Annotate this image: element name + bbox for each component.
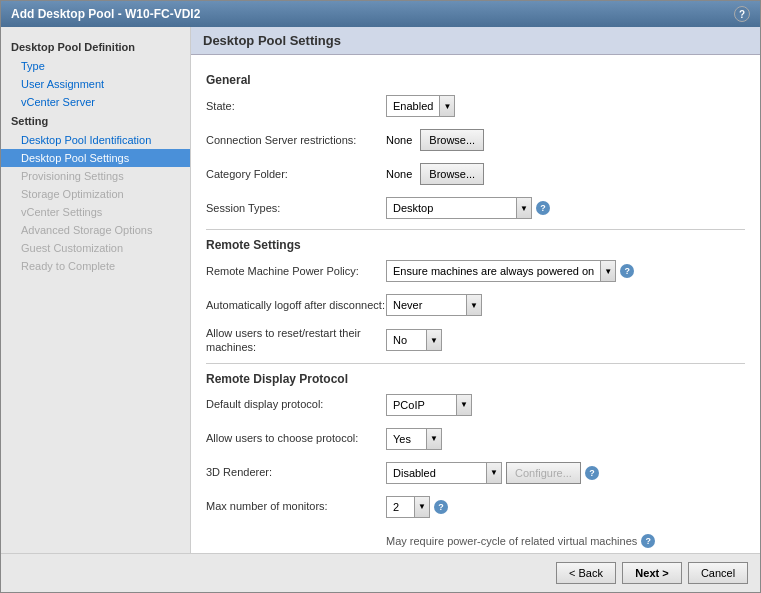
- sidebar-item-advanced-storage: Advanced Storage Options: [1, 221, 190, 239]
- logoff-value: Never: [386, 294, 466, 316]
- session-types-dropdown[interactable]: ▼: [516, 197, 532, 219]
- main-panel: Desktop Pool Settings General State: Ena…: [191, 27, 760, 553]
- max-monitors-control: 2 ▼ ?: [386, 496, 448, 518]
- remote-display-title: Remote Display Protocol: [206, 372, 745, 386]
- renderer-dropdown[interactable]: ▼: [486, 462, 502, 484]
- protocol-select-wrap: PCoIP ▼: [386, 394, 472, 416]
- dialog: Add Desktop Pool - W10-FC-VDI2 ? Desktop…: [0, 0, 761, 593]
- logoff-control: Never ▼: [386, 294, 482, 316]
- dialog-title: Add Desktop Pool - W10-FC-VDI2: [11, 7, 200, 21]
- session-types-label: Session Types:: [206, 201, 386, 215]
- sidebar-item-provisioning: Provisioning Settings: [1, 167, 190, 185]
- sidebar-item-vcenter-server[interactable]: vCenter Server: [1, 93, 190, 111]
- allow-choose-control: Yes ▼: [386, 428, 442, 450]
- title-bar: Add Desktop Pool - W10-FC-VDI2 ?: [1, 1, 760, 27]
- power-cycle-text: May require power-cycle of related virtu…: [386, 535, 637, 547]
- renderer-value: Disabled: [386, 462, 486, 484]
- allow-choose-dropdown[interactable]: ▼: [426, 428, 442, 450]
- connection-server-control: None Browse...: [386, 129, 484, 151]
- category-folder-browse-btn[interactable]: Browse...: [420, 163, 484, 185]
- allow-choose-value: Yes: [386, 428, 426, 450]
- power-cycle-help-icon[interactable]: ?: [641, 534, 655, 548]
- state-select-wrap: Enabled ▼: [386, 95, 455, 117]
- power-policy-control: Ensure machines are always powered on ▼ …: [386, 260, 634, 282]
- default-protocol-label: Default display protocol:: [206, 397, 386, 411]
- sidebar-item-guest-customization: Guest Customization: [1, 239, 190, 257]
- logoff-dropdown[interactable]: ▼: [466, 294, 482, 316]
- power-policy-value: Ensure machines are always powered on: [386, 260, 600, 282]
- power-select-wrap: Ensure machines are always powered on ▼: [386, 260, 616, 282]
- footer: < Back Next > Cancel: [1, 553, 760, 592]
- allow-choose-label: Allow users to choose protocol:: [206, 431, 386, 445]
- state-value: Enabled: [386, 95, 439, 117]
- allow-reset-dropdown[interactable]: ▼: [426, 329, 442, 351]
- category-folder-label: Category Folder:: [206, 167, 386, 181]
- general-section-title: General: [206, 73, 745, 87]
- monitors-select-wrap: 2 ▼: [386, 496, 430, 518]
- sidebar-item-vcenter-settings: vCenter Settings: [1, 203, 190, 221]
- sidebar-section-setting: Setting: [1, 111, 190, 131]
- max-monitors-value: 2: [386, 496, 414, 518]
- sidebar-item-pool-settings[interactable]: Desktop Pool Settings: [1, 149, 190, 167]
- main-body: General State: Enabled ▼ Connection Serv…: [191, 55, 760, 553]
- power-policy-help-icon[interactable]: ?: [620, 264, 634, 278]
- category-folder-control: None Browse...: [386, 163, 484, 185]
- choose-select-wrap: Yes ▼: [386, 428, 442, 450]
- connection-server-label: Connection Server restrictions:: [206, 133, 386, 147]
- configure-btn[interactable]: Configure...: [506, 462, 581, 484]
- session-types-help-icon[interactable]: ?: [536, 201, 550, 215]
- sidebar-item-type[interactable]: Type: [1, 57, 190, 75]
- max-monitors-label: Max number of monitors:: [206, 499, 386, 513]
- max-monitors-row: Max number of monitors: 2 ▼ ?: [206, 494, 745, 520]
- remote-settings-title: Remote Settings: [206, 238, 745, 252]
- renderer-label: 3D Renderer:: [206, 465, 386, 479]
- max-monitors-help-icon[interactable]: ?: [434, 500, 448, 514]
- power-policy-row: Remote Machine Power Policy: Ensure mach…: [206, 258, 745, 284]
- reset-select-wrap: No ▼: [386, 329, 442, 351]
- power-policy-dropdown[interactable]: ▼: [600, 260, 616, 282]
- power-cycle-row: May require power-cycle of related virtu…: [386, 528, 745, 553]
- allow-reset-row: Allow users to reset/restart their machi…: [206, 326, 745, 355]
- logoff-label: Automatically logoff after disconnect:: [206, 298, 386, 312]
- protocol-dropdown[interactable]: ▼: [456, 394, 472, 416]
- session-types-value: Desktop: [386, 197, 516, 219]
- session-types-row: Session Types: Desktop ▼ ?: [206, 195, 745, 221]
- category-folder-value: None: [386, 168, 412, 180]
- renderer-select-wrap: Disabled ▼: [386, 462, 502, 484]
- session-select-wrap: Desktop ▼: [386, 197, 532, 219]
- connection-server-row: Connection Server restrictions: None Bro…: [206, 127, 745, 153]
- renderer-help-icon[interactable]: ?: [585, 466, 599, 480]
- connection-server-value: None: [386, 134, 412, 146]
- power-policy-label: Remote Machine Power Policy:: [206, 264, 386, 278]
- next-button[interactable]: Next >: [622, 562, 682, 584]
- session-types-control: Desktop ▼ ?: [386, 197, 550, 219]
- dialog-help-icon[interactable]: ?: [734, 6, 750, 22]
- sidebar-section-definition: Desktop Pool Definition: [1, 37, 190, 57]
- allow-reset-label: Allow users to reset/restart their machi…: [206, 326, 386, 355]
- back-button[interactable]: < Back: [556, 562, 616, 584]
- logoff-select-wrap: Never ▼: [386, 294, 482, 316]
- sidebar-item-ready-to-complete: Ready to Complete: [1, 257, 190, 275]
- default-protocol-value: PCoIP: [386, 394, 456, 416]
- sidebar: Desktop Pool Definition Type User Assign…: [1, 27, 191, 553]
- monitors-dropdown[interactable]: ▼: [414, 496, 430, 518]
- sidebar-item-storage-opt: Storage Optimization: [1, 185, 190, 203]
- cancel-button[interactable]: Cancel: [688, 562, 748, 584]
- sidebar-item-user-assignment[interactable]: User Assignment: [1, 75, 190, 93]
- state-row: State: Enabled ▼: [206, 93, 745, 119]
- state-dropdown-btn[interactable]: ▼: [439, 95, 455, 117]
- main-header: Desktop Pool Settings: [191, 27, 760, 55]
- allow-choose-row: Allow users to choose protocol: Yes ▼: [206, 426, 745, 452]
- default-protocol-row: Default display protocol: PCoIP ▼: [206, 392, 745, 418]
- connection-server-browse-btn[interactable]: Browse...: [420, 129, 484, 151]
- allow-reset-value: No: [386, 329, 426, 351]
- sidebar-item-pool-identification[interactable]: Desktop Pool Identification: [1, 131, 190, 149]
- renderer-control: Disabled ▼ Configure... ?: [386, 462, 599, 484]
- default-protocol-control: PCoIP ▼: [386, 394, 472, 416]
- state-label: State:: [206, 99, 386, 113]
- content-area: Desktop Pool Definition Type User Assign…: [1, 27, 760, 553]
- renderer-row: 3D Renderer: Disabled ▼ Configure... ?: [206, 460, 745, 486]
- allow-reset-control: No ▼: [386, 329, 442, 351]
- category-folder-row: Category Folder: None Browse...: [206, 161, 745, 187]
- logoff-row: Automatically logoff after disconnect: N…: [206, 292, 745, 318]
